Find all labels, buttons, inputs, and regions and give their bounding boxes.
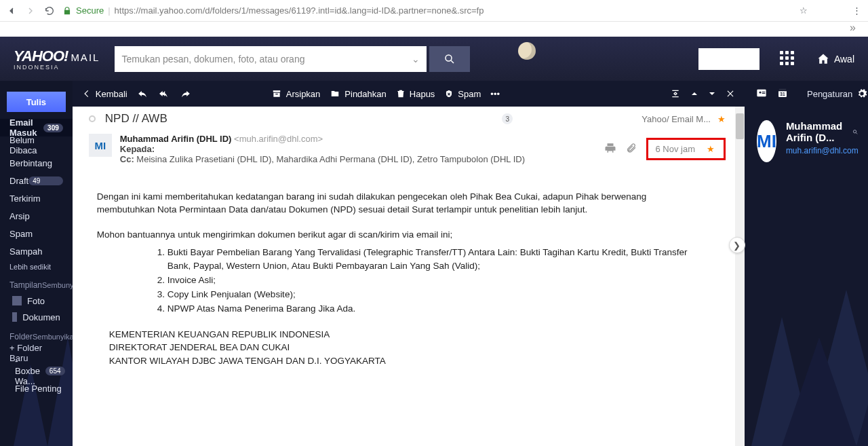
main-pane: Kembali Arsipkan Pindahkan Hapus Spam ••… bbox=[73, 81, 745, 446]
folders-section-header: FolderSembunyikan bbox=[0, 325, 73, 344]
views-section-header: TampilanSembunyikan bbox=[0, 274, 73, 293]
sidebar-item-draft[interactable]: Draft49 bbox=[0, 172, 73, 189]
svg-point-16 bbox=[854, 130, 856, 132]
badge: 49 bbox=[28, 176, 63, 185]
collapse-icon[interactable] bbox=[670, 88, 681, 99]
svg-marker-4 bbox=[751, 317, 812, 446]
home-icon bbox=[816, 52, 830, 66]
svg-text:31: 31 bbox=[780, 92, 785, 96]
svg-rect-12 bbox=[762, 93, 766, 94]
sidebar-item-belum-dibaca[interactable]: Belum Dibaca bbox=[0, 136, 73, 154]
address-bar[interactable]: Secure | https://mail.yahoo.com/d/folder… bbox=[62, 5, 484, 16]
apps-grid-icon[interactable] bbox=[780, 51, 796, 67]
close-icon[interactable] bbox=[726, 89, 735, 98]
settings-button[interactable]: Pengaturan bbox=[807, 88, 867, 99]
gear-icon bbox=[856, 88, 867, 99]
photo-icon bbox=[12, 296, 22, 305]
chevron-down-icon[interactable]: ⌄ bbox=[412, 54, 420, 64]
chrome-overflow-icon[interactable]: » bbox=[0, 22, 868, 37]
less-link[interactable]: Lebih sedikit bbox=[0, 260, 73, 274]
search-button[interactable] bbox=[429, 46, 470, 72]
compose-button[interactable]: Tulis bbox=[7, 92, 66, 112]
scrollbar[interactable] bbox=[735, 107, 745, 446]
print-icon[interactable] bbox=[604, 142, 616, 156]
sidebar-item-arsip[interactable]: Arsip bbox=[0, 207, 73, 225]
delete-button[interactable]: Hapus bbox=[396, 89, 435, 99]
sidebar-item-terkirim[interactable]: Terkirim bbox=[0, 189, 73, 207]
reply-all-icon[interactable] bbox=[157, 89, 171, 98]
user-folder[interactable]: -Boxbe Wa...654 bbox=[0, 362, 73, 379]
unread-dot-icon bbox=[89, 115, 96, 122]
app-header: YAHOO!MAIL INDONESIA Temukan pesan, doku… bbox=[0, 37, 868, 81]
ad-slot[interactable] bbox=[698, 48, 760, 70]
forward-icon[interactable] bbox=[180, 89, 191, 98]
sidebar-item-spam[interactable]: Spam bbox=[0, 225, 73, 242]
hide-views-link[interactable]: Sembunyikan bbox=[42, 281, 73, 289]
list-item: NPWP Atas Nama Penerima Barang Jika Ada. bbox=[167, 301, 704, 316]
body-list: Bukti Bayar Pembelian Barang Yang Terval… bbox=[151, 245, 704, 316]
sidebar-item-email-masuk[interactable]: Email Masuk309 bbox=[0, 119, 73, 136]
attachment-icon[interactable] bbox=[626, 143, 637, 155]
back-icon[interactable] bbox=[5, 5, 18, 17]
sidebar-item-sampah[interactable]: Sampah bbox=[0, 242, 73, 260]
footer-3: KANTOR WILAYAH DJBC JAWA TENGAH DAN D.I.… bbox=[109, 354, 704, 367]
to-line: Kepada: bbox=[120, 144, 605, 154]
bookmark-star-icon[interactable]: ☆ bbox=[797, 5, 810, 17]
sender-avatar: MI bbox=[89, 134, 112, 157]
url-text: https://mail.yahoo.com/d/folders/1/messa… bbox=[115, 5, 484, 16]
yahoo-logo[interactable]: YAHOO!MAIL INDONESIA bbox=[14, 48, 100, 71]
hide-folders-link[interactable]: Sembunyikan bbox=[33, 333, 73, 341]
down-icon[interactable] bbox=[708, 90, 716, 98]
star-icon[interactable]: ★ bbox=[707, 144, 715, 154]
next-message-button[interactable]: ❯ bbox=[729, 237, 745, 253]
list-item: Bukti Bayar Pembelian Barang Yang Terval… bbox=[167, 245, 704, 272]
view-foto[interactable]: Foto bbox=[0, 293, 73, 309]
badge: 654 bbox=[45, 367, 65, 375]
search-placeholder: Temukan pesan, dokumen, foto, atau orang bbox=[121, 54, 304, 64]
more-icon[interactable]: ••• bbox=[490, 89, 500, 99]
svg-marker-8 bbox=[856, 324, 868, 446]
contact-email[interactable]: muh.arifin@dhl.com bbox=[786, 146, 859, 155]
sidebar: Tulis Email Masuk309Belum DibacaBerbinta… bbox=[0, 81, 73, 446]
contact-card-icon[interactable] bbox=[755, 88, 768, 100]
search-input[interactable]: Temukan pesan, dokumen, foto, atau orang… bbox=[115, 46, 427, 72]
browser-menu-icon[interactable]: ⋮ bbox=[850, 5, 863, 17]
home-link[interactable]: Awal bbox=[816, 52, 854, 66]
search-icon[interactable] bbox=[852, 127, 859, 137]
cc-line: Cc: Meisina Zulika Prasetiani (DHL ID), … bbox=[120, 154, 605, 164]
archive-button[interactable]: Arsipkan bbox=[271, 89, 321, 99]
svg-marker-5 bbox=[806, 290, 868, 446]
reply-icon[interactable] bbox=[137, 89, 148, 98]
folder-path[interactable]: Yahoo/ Email M... bbox=[642, 114, 711, 124]
list-item: Invoice Asli; bbox=[167, 273, 704, 287]
svg-point-10 bbox=[760, 91, 762, 93]
message-body: Dengan ini kami memberitahukan kedatanga… bbox=[73, 164, 745, 446]
body-p2: Mohon bantuannya untuk mengirimkan dokum… bbox=[97, 228, 704, 241]
body-p1: Dengan ini kami memberitahukan kedatanga… bbox=[97, 190, 704, 216]
move-button[interactable]: Pindahkan bbox=[330, 89, 386, 99]
message-subject: NPD // AWB bbox=[105, 112, 167, 126]
thread-count: 3 bbox=[502, 113, 513, 124]
svg-point-0 bbox=[446, 55, 452, 61]
date-highlight: 6 Nov jam ★ bbox=[646, 138, 726, 160]
trees-decor bbox=[745, 202, 868, 446]
lock-icon bbox=[62, 6, 72, 16]
svg-marker-7 bbox=[782, 337, 856, 446]
forward-icon[interactable] bbox=[24, 5, 37, 17]
back-button[interactable]: Kembali bbox=[82, 89, 127, 99]
user-folder[interactable]: File Penting bbox=[0, 379, 73, 397]
view-dokumen[interactable]: Dokumen bbox=[0, 309, 73, 325]
list-item: Copy Link Penjualan (Website); bbox=[167, 287, 704, 301]
sidebar-item-berbintang[interactable]: Berbintang bbox=[0, 154, 73, 172]
footer-2: DIREKTORAT JENDERAL BEA DAN CUKAI bbox=[109, 341, 704, 354]
from-line: Muhammad Arifin (DHL ID) <muh.arifin@dhl… bbox=[120, 134, 605, 144]
reload-icon[interactable] bbox=[43, 5, 56, 17]
svg-rect-11 bbox=[762, 92, 766, 92]
contact-name: Muhammad Arifin (D... bbox=[786, 120, 847, 143]
search-icon bbox=[443, 53, 456, 65]
star-icon[interactable]: ★ bbox=[717, 114, 726, 124]
calendar-icon[interactable]: 31 bbox=[777, 88, 788, 100]
up-icon[interactable] bbox=[690, 90, 698, 98]
contact-avatar: MI bbox=[757, 120, 776, 162]
spam-button[interactable]: Spam bbox=[444, 89, 481, 99]
